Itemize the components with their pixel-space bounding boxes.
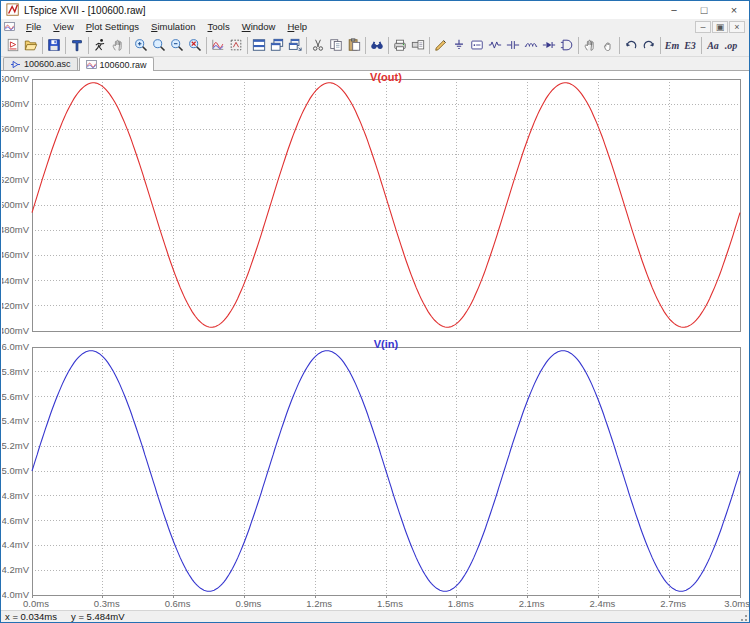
x-tick-label[interactable]: 3.0ms	[724, 598, 750, 609]
capacitor-icon	[506, 38, 520, 52]
plot-settings-button[interactable]	[227, 35, 245, 56]
y-tick-label[interactable]: 400mV	[2, 325, 30, 336]
minimize-button[interactable]: −	[659, 1, 689, 19]
toolbar-separator	[42, 37, 43, 54]
menu-item-view[interactable]: View	[47, 20, 79, 33]
resistor-button[interactable]	[486, 35, 504, 56]
text-icon: Aa	[707, 40, 719, 51]
menu-item-simulation[interactable]: Simulation	[145, 20, 201, 33]
tab-100600-raw[interactable]: 100600.raw	[79, 57, 154, 71]
y-tick-label[interactable]: 4.8mV	[2, 490, 30, 501]
y-tick-label[interactable]: 500mV	[2, 199, 30, 210]
cut-button[interactable]	[309, 35, 327, 56]
y-tick-label[interactable]: 440mV	[2, 275, 30, 286]
resize-grip-icon[interactable]	[738, 612, 748, 622]
y-tick-label[interactable]: 420mV	[2, 300, 30, 311]
x-tick-label[interactable]: 1.2ms	[306, 598, 332, 609]
y-tick-label[interactable]: 6.0mV	[2, 341, 30, 352]
print-preview-button[interactable]	[409, 35, 427, 56]
y-tick-label[interactable]: 520mV	[2, 174, 30, 185]
save-button[interactable]	[45, 35, 63, 56]
x-tick-label[interactable]: 0.0ms	[23, 598, 49, 609]
component-button[interactable]	[558, 35, 576, 56]
y-tick-label[interactable]: 560mV	[2, 123, 30, 134]
tile-horizontal-button[interactable]	[250, 35, 268, 56]
wire-button[interactable]	[432, 35, 450, 56]
zoom-in-button[interactable]	[132, 35, 150, 56]
menu-item-window[interactable]: Window	[236, 20, 282, 33]
spice-directive-button[interactable]: .op	[722, 35, 740, 56]
paste-button[interactable]	[345, 35, 363, 56]
y-tick-label[interactable]: 460mV	[2, 249, 30, 260]
y-tick-label[interactable]: 5.2mV	[2, 440, 30, 451]
drag-icon	[601, 38, 615, 52]
capacitor-button[interactable]	[504, 35, 522, 56]
mdi-minimize-button[interactable]: –	[695, 21, 711, 33]
drag-button[interactable]	[599, 35, 617, 56]
net-label-button[interactable]	[468, 35, 486, 56]
y-tick-label[interactable]: 4.4mV	[2, 539, 30, 550]
y-tick-label[interactable]: 4.6mV	[2, 515, 30, 526]
text-button[interactable]: Aa	[704, 35, 722, 56]
x-tick-label[interactable]: 2.1ms	[519, 598, 545, 609]
copy-button[interactable]	[327, 35, 345, 56]
maximize-button[interactable]: □	[689, 1, 719, 19]
x-tick-label[interactable]: 2.7ms	[660, 598, 686, 609]
tab-100600-asc[interactable]: 100600.asc	[3, 57, 78, 70]
x-tick-label[interactable]: 0.9ms	[235, 598, 261, 609]
y-tick-label[interactable]: 4.2mV	[2, 564, 30, 575]
rotate-button[interactable]: E3	[681, 35, 699, 56]
x-tick-label[interactable]: 0.3ms	[94, 598, 120, 609]
zoom-out-button[interactable]	[168, 35, 186, 56]
window-controls: − □ ×	[659, 1, 749, 19]
autorange-icon	[211, 38, 225, 52]
tab-label: 100600.raw	[100, 60, 147, 70]
mirror-icon: Em	[665, 40, 679, 51]
print-preview-icon	[411, 38, 425, 52]
zoom-full-button[interactable]	[186, 35, 204, 56]
halt-button[interactable]	[109, 35, 127, 56]
control-panel-button[interactable]	[68, 35, 86, 56]
undo-button[interactable]	[622, 35, 640, 56]
diode-button[interactable]	[540, 35, 558, 56]
cascade-button[interactable]	[268, 35, 286, 56]
trace-label-vout[interactable]: V(out)	[370, 71, 402, 83]
close-button[interactable]: ×	[719, 1, 749, 19]
new-schematic-button[interactable]	[4, 35, 22, 56]
x-tick-label[interactable]: 2.4ms	[589, 598, 615, 609]
menu-item-file[interactable]: File	[20, 20, 47, 33]
y-tick-label[interactable]: 540mV	[2, 149, 30, 160]
move-button[interactable]	[581, 35, 599, 56]
child-window-icon[interactable]	[4, 21, 16, 32]
inductor-button[interactable]	[522, 35, 540, 56]
mdi-close-button[interactable]: ×	[729, 21, 745, 33]
y-tick-label[interactable]: 600mV	[2, 73, 30, 84]
y-tick-label[interactable]: 5.6mV	[2, 391, 30, 402]
menu-item-help[interactable]: Help	[281, 20, 313, 33]
y-tick-label[interactable]: 5.8mV	[2, 366, 30, 377]
x-tick-label[interactable]: 1.5ms	[377, 598, 403, 609]
tile-vertical-button[interactable]	[286, 35, 304, 56]
x-tick-label[interactable]: 1.8ms	[448, 598, 474, 609]
run-button[interactable]	[91, 35, 109, 56]
mirror-button[interactable]: Em	[663, 35, 681, 56]
redo-button[interactable]	[640, 35, 658, 56]
print-button[interactable]	[391, 35, 409, 56]
zoom-rect-button[interactable]	[150, 35, 168, 56]
y-tick-label[interactable]: 480mV	[2, 224, 30, 235]
y-tick-label[interactable]: 5.0mV	[2, 465, 30, 476]
menu-item-tools[interactable]: Tools	[201, 20, 235, 33]
zoom-in-icon	[134, 38, 148, 52]
trace-label-vin[interactable]: V(in)	[374, 338, 399, 350]
open-button[interactable]	[22, 35, 40, 56]
y-tick-label[interactable]: 580mV	[2, 98, 30, 109]
autorange-button[interactable]	[209, 35, 227, 56]
toolbar-separator	[429, 37, 430, 54]
ground-button[interactable]	[450, 35, 468, 56]
find-button[interactable]	[368, 35, 386, 56]
x-tick-label[interactable]: 0.6ms	[165, 598, 191, 609]
y-tick-label[interactable]: 5.4mV	[2, 415, 30, 426]
menu-item-plot-settings[interactable]: Plot Settings	[80, 20, 145, 33]
mdi-restore-button[interactable]: ▣	[712, 21, 728, 33]
waveform-plot-area[interactable]: 600mV580mV560mV540mV520mV500mV480mV460mV…	[2, 71, 750, 612]
